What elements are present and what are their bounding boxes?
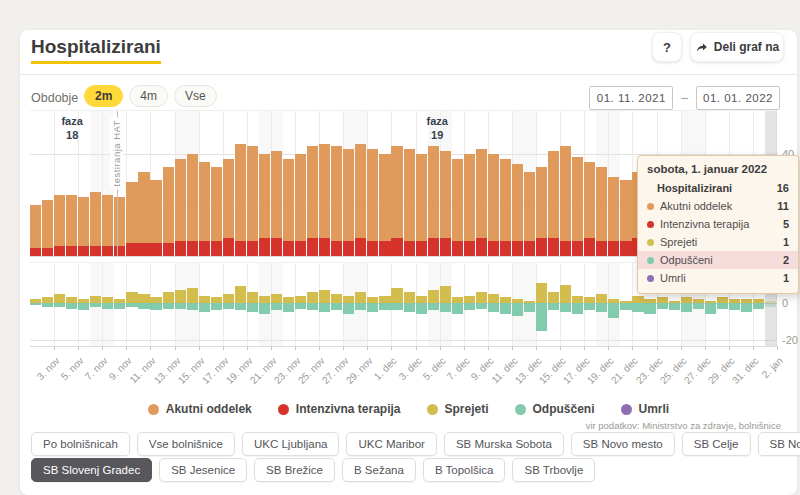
hospital-filter-vse-bolni-nice[interactable]: Vse bolnišnice	[137, 432, 235, 456]
bar-intenzivna-terapija[interactable]	[78, 246, 89, 256]
bar-akutni-oddelek[interactable]	[42, 200, 53, 248]
bar-akutni-oddelek[interactable]	[367, 149, 378, 241]
bar-odpusceni[interactable]	[271, 303, 282, 310]
bar-odpusceni[interactable]	[536, 303, 547, 331]
bar-sprejeti[interactable]	[440, 286, 451, 303]
bar-akutni-oddelek[interactable]	[608, 177, 619, 241]
help-button[interactable]: ?	[652, 32, 682, 62]
bar-sprejeti[interactable]	[223, 294, 234, 303]
bar-sprejeti[interactable]	[90, 296, 101, 303]
bar-intenzivna-terapija[interactable]	[247, 241, 258, 256]
hospital-filter-b-topol-ica[interactable]: B Topolšica	[423, 458, 506, 482]
bar-odpusceni[interactable]	[343, 303, 354, 314]
bar-intenzivna-terapija[interactable]	[464, 241, 475, 256]
bar-akutni-oddelek[interactable]	[391, 146, 402, 238]
bar-akutni-oddelek[interactable]	[259, 154, 270, 238]
bar-intenzivna-terapija[interactable]	[572, 241, 583, 256]
hospital-filter-ukc-ljubljana[interactable]: UKC Ljubljana	[242, 432, 340, 456]
legend-item[interactable]: Intenzivna terapija	[278, 402, 401, 416]
bar-intenzivna-terapija[interactable]	[42, 248, 53, 256]
bar-intenzivna-terapija[interactable]	[163, 243, 174, 256]
bar-akutni-oddelek[interactable]	[235, 144, 246, 241]
bar-odpusceni[interactable]	[452, 303, 463, 314]
bar-sprejeti[interactable]	[632, 296, 643, 303]
bar-akutni-oddelek[interactable]	[536, 167, 547, 238]
legend-item[interactable]: Odpuščeni	[515, 402, 595, 416]
bar-odpusceni[interactable]	[42, 303, 53, 307]
hospital-filter-sb-celje[interactable]: SB Celje	[682, 432, 751, 456]
bar-sprejeti[interactable]	[572, 296, 583, 303]
bar-akutni-oddelek[interactable]	[223, 159, 234, 238]
hospital-filter-ukc-maribor[interactable]: UKC Maribor	[346, 432, 436, 456]
bar-akutni-oddelek[interactable]	[319, 144, 330, 238]
hospital-filter-sb-trbovlje[interactable]: SB Trbovlje	[512, 458, 595, 482]
bar-odpusceni[interactable]	[572, 303, 583, 314]
bar-odpusceni[interactable]	[596, 303, 607, 312]
bar-akutni-oddelek[interactable]	[464, 154, 475, 241]
bar-odpusceni[interactable]	[404, 303, 415, 312]
bar-akutni-oddelek[interactable]	[500, 159, 511, 241]
bar-intenzivna-terapija[interactable]	[102, 246, 113, 256]
legend-item[interactable]: Sprejeti	[427, 402, 489, 416]
bar-intenzivna-terapija[interactable]	[500, 241, 511, 256]
bar-sprejeti[interactable]	[391, 288, 402, 303]
bar-akutni-oddelek[interactable]	[488, 154, 499, 241]
bar-sprejeti[interactable]	[271, 294, 282, 303]
bar-sprejeti[interactable]	[596, 294, 607, 303]
date-to-input[interactable]	[696, 86, 780, 110]
bar-akutni-oddelek[interactable]	[90, 192, 101, 246]
bar-intenzivna-terapija[interactable]	[379, 241, 390, 256]
bar-sprejeti[interactable]	[464, 296, 475, 303]
bar-odpusceni[interactable]	[223, 303, 234, 309]
bar-sprejeti[interactable]	[163, 292, 174, 303]
bar-odpusceni[interactable]	[765, 303, 776, 307]
bar-sprejeti[interactable]	[319, 290, 330, 303]
bar-odpusceni[interactable]	[379, 303, 390, 310]
bar-odpusceni[interactable]	[90, 303, 101, 307]
bar-intenzivna-terapija[interactable]	[54, 246, 65, 256]
bar-odpusceni[interactable]	[235, 303, 246, 310]
bar-intenzivna-terapija[interactable]	[512, 241, 523, 256]
bar-sprejeti[interactable]	[355, 292, 366, 303]
bar-akutni-oddelek[interactable]	[476, 149, 487, 238]
bar-sprejeti[interactable]	[536, 283, 547, 303]
bar-odpusceni[interactable]	[54, 303, 65, 307]
bar-intenzivna-terapija[interactable]	[259, 238, 270, 256]
bar-akutni-oddelek[interactable]	[524, 172, 535, 241]
bar-odpusceni[interactable]	[175, 303, 186, 309]
bar-sprejeti[interactable]	[404, 292, 415, 303]
bar-odpusceni[interactable]	[428, 303, 439, 310]
bar-akutni-oddelek[interactable]	[30, 205, 41, 248]
bar-akutni-oddelek[interactable]	[175, 159, 186, 241]
bar-intenzivna-terapija[interactable]	[138, 243, 149, 256]
period-pill-4m[interactable]: 4m	[129, 85, 168, 107]
bar-intenzivna-terapija[interactable]	[199, 241, 210, 256]
bar-akutni-oddelek[interactable]	[199, 162, 210, 241]
bar-akutni-oddelek[interactable]	[560, 146, 571, 240]
bar-akutni-oddelek[interactable]	[247, 146, 258, 240]
bar-akutni-oddelek[interactable]	[379, 154, 390, 241]
bar-akutni-oddelek[interactable]	[283, 159, 294, 241]
bar-sprejeti[interactable]	[126, 292, 137, 303]
bar-intenzivna-terapija[interactable]	[355, 238, 366, 256]
bar-akutni-oddelek[interactable]	[150, 180, 161, 244]
bar-odpusceni[interactable]	[681, 303, 692, 312]
bar-sprejeti[interactable]	[187, 288, 198, 303]
bar-odpusceni[interactable]	[512, 303, 523, 316]
bar-intenzivna-terapija[interactable]	[331, 241, 342, 256]
bar-odpusceni[interactable]	[247, 303, 258, 312]
bar-intenzivna-terapija[interactable]	[90, 246, 101, 256]
bar-odpusceni[interactable]	[608, 303, 619, 318]
bar-akutni-oddelek[interactable]	[596, 167, 607, 241]
bar-akutni-oddelek[interactable]	[512, 164, 523, 241]
bar-odpusceni[interactable]	[126, 303, 137, 307]
bar-intenzivna-terapija[interactable]	[548, 238, 559, 256]
bar-sprejeti[interactable]	[331, 294, 342, 303]
bar-odpusceni[interactable]	[259, 303, 270, 314]
hospital-filter-sb-bre-ice[interactable]: SB Brežice	[254, 458, 335, 482]
bar-sprejeti[interactable]	[199, 296, 210, 303]
hospital-filter-sb-murska-sobota[interactable]: SB Murska Sobota	[444, 432, 564, 456]
bar-sprejeti[interactable]	[548, 292, 559, 303]
bar-akutni-oddelek[interactable]	[428, 146, 439, 238]
bar-intenzivna-terapija[interactable]	[223, 238, 234, 256]
